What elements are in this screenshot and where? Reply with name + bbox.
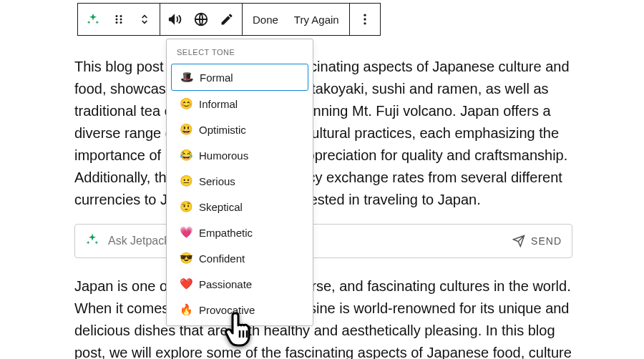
ai-prompt-bar: SEND — [74, 224, 572, 258]
megaphone-icon[interactable] — [167, 11, 183, 27]
tone-label: Provocative — [199, 304, 255, 316]
send-label: SEND — [531, 235, 562, 247]
fire-icon: 🔥 — [180, 303, 192, 316]
drag-handle-icon[interactable] — [111, 11, 127, 27]
svg-point-8 — [364, 18, 366, 20]
more-menu-icon[interactable] — [357, 11, 373, 27]
sunglasses-icon: 😎 — [180, 252, 192, 265]
tone-option-empathetic[interactable]: 💗 Empathetic — [171, 220, 308, 245]
tone-dropdown-header: SELECT TONE — [167, 39, 313, 64]
tone-dropdown: SELECT TONE 🎩 Formal 😊 Informal 😃 Optimi… — [166, 39, 313, 326]
tone-label: Humorous — [199, 149, 248, 162]
raised-eyebrow-icon: 🤨 — [180, 200, 192, 213]
move-up-down-icon[interactable] — [137, 11, 152, 27]
edit-icon[interactable] — [219, 11, 235, 27]
tone-option-optimistic[interactable]: 😃 Optimistic — [171, 117, 308, 142]
tone-option-passionate[interactable]: ❤️ Passionate — [171, 271, 308, 297]
neutral-icon: 😐 — [180, 174, 192, 187]
tone-label: Formal — [200, 72, 233, 84]
svg-point-1 — [116, 19, 118, 21]
laugh-icon: 😂 — [180, 149, 192, 162]
tone-option-humorous[interactable]: 😂 Humorous — [171, 142, 308, 168]
tone-option-formal[interactable]: 🎩 Formal — [171, 64, 308, 91]
svg-point-2 — [116, 21, 118, 24]
sparkle-icon[interactable] — [85, 11, 101, 27]
tone-option-provocative[interactable]: 🔥 Provocative — [171, 297, 308, 323]
red-heart-icon: ❤️ — [180, 277, 192, 290]
tone-label: Confident — [199, 252, 245, 265]
tone-label: Passionate — [199, 278, 252, 290]
tone-option-serious[interactable]: 😐 Serious — [171, 168, 308, 194]
svg-point-7 — [364, 14, 366, 16]
tone-label: Informal — [199, 98, 238, 110]
svg-point-3 — [120, 15, 122, 17]
sparkle-icon — [85, 232, 99, 250]
try-again-button[interactable]: Try Again — [291, 14, 342, 26]
tone-option-skeptical[interactable]: 🤨 Skeptical — [171, 194, 308, 220]
svg-point-9 — [364, 22, 366, 24]
tone-option-informal[interactable]: 😊 Informal — [171, 91, 308, 117]
send-button[interactable]: SEND — [512, 235, 562, 247]
toolbar-group-more — [350, 4, 380, 35]
tone-option-confident[interactable]: 😎 Confident — [171, 245, 308, 271]
pink-heart-icon: 💗 — [180, 226, 192, 239]
paragraph-1: This blog post focuses on various fascin… — [74, 56, 572, 211]
content-area: This blog post focuses on various fascin… — [74, 56, 572, 211]
done-button[interactable]: Done — [250, 14, 281, 26]
grin-icon: 😃 — [180, 123, 192, 136]
toolbar-group-left — [78, 4, 160, 35]
tone-label: Skeptical — [199, 201, 243, 213]
svg-point-5 — [120, 21, 122, 24]
toolbar-group-middle — [160, 4, 243, 35]
toolbar-group-actions: Done Try Again — [243, 4, 350, 35]
smile-icon: 😊 — [180, 97, 192, 110]
svg-point-0 — [116, 15, 118, 17]
svg-point-4 — [120, 19, 122, 21]
tone-label: Optimistic — [199, 124, 246, 136]
tone-label: Empathetic — [199, 227, 253, 239]
tone-label: Serious — [199, 175, 235, 187]
content-area-2: Japan is one of the most unique, diverse… — [74, 275, 572, 359]
paragraph-2: Japan is one of the most unique, diverse… — [74, 275, 572, 359]
globe-icon[interactable] — [193, 11, 209, 27]
block-toolbar: Done Try Again — [77, 3, 381, 36]
tophat-icon: 🎩 — [180, 71, 193, 84]
